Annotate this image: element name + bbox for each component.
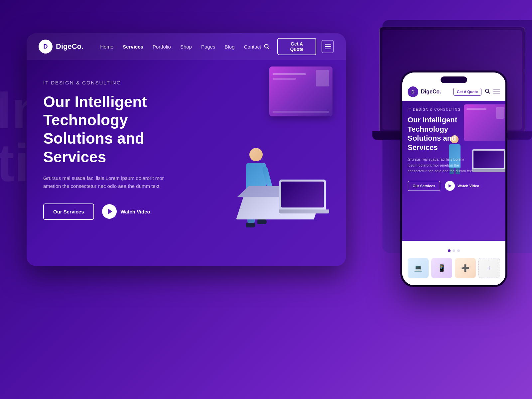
add-icon: + bbox=[487, 264, 491, 272]
mobile-get-quote-button[interactable]: Get A Quote bbox=[453, 88, 481, 96]
mobile-watch-video-label: Watch Video bbox=[458, 184, 479, 188]
mobile-logo-icon: D bbox=[408, 86, 418, 97]
play-triangle bbox=[108, 208, 112, 214]
watch-video-button[interactable]: Watch Video bbox=[102, 204, 150, 219]
mobile-title-line1: Our Intelligent Technology bbox=[408, 116, 457, 133]
nav-home[interactable]: Home bbox=[100, 44, 113, 50]
iso-scene bbox=[219, 53, 339, 246]
hero-title-line2: Solutions and Services bbox=[43, 130, 144, 165]
mobile-watch-video-button[interactable]: Watch Video bbox=[445, 181, 479, 191]
hero-title: Our Intelligent Technology Solutions and… bbox=[43, 93, 209, 166]
mobile-play-triangle bbox=[449, 184, 452, 188]
carousel-dots bbox=[408, 246, 500, 255]
mobile-service-cards: 💻 📱 ➕ + bbox=[408, 258, 500, 278]
person-shoe-right bbox=[257, 219, 267, 224]
service-icon-3: ➕ bbox=[461, 264, 469, 272]
desktop-logo[interactable]: D DigeCo. bbox=[39, 40, 83, 54]
mobile-laptop-lid bbox=[472, 149, 505, 169]
mobile-laptop-base bbox=[472, 169, 505, 172]
mobile-search-icon[interactable] bbox=[485, 88, 490, 95]
mobile-hero-title: Our Intelligent Technology Solutions and… bbox=[408, 115, 474, 152]
mobile-hero: IT Design & Consulting Our Intelligent T… bbox=[402, 101, 505, 241]
logo-text: DigeCo. bbox=[56, 42, 83, 51]
watch-video-label: Watch Video bbox=[121, 209, 150, 214]
person-head bbox=[249, 148, 263, 161]
mobile-play-icon bbox=[445, 181, 455, 191]
carousel-dot-1[interactable] bbox=[448, 249, 451, 252]
service-icon-2: 📱 bbox=[438, 264, 446, 272]
mini-service-card-2[interactable]: 📱 bbox=[431, 258, 452, 278]
hero-description: Grursus mal suada faci lisis Lorem ipsum… bbox=[43, 174, 183, 190]
mini-service-card-3[interactable]: ➕ bbox=[455, 258, 476, 278]
nav-portfolio[interactable]: Portfolio bbox=[153, 44, 171, 50]
desktop-mockup: D DigeCo. Home Services Portfolio Shop P… bbox=[27, 33, 346, 266]
laptop-lid bbox=[279, 180, 326, 209]
our-services-button[interactable]: Our Services bbox=[43, 203, 94, 220]
mobile-mockup: D DigeCo. Get A Quote bbox=[402, 72, 505, 285]
mobile-bottom-section: 💻 📱 ➕ + bbox=[402, 241, 505, 285]
nav-services[interactable]: Services bbox=[123, 44, 143, 50]
monitor-bar2 bbox=[273, 78, 296, 80]
mobile-laptop bbox=[472, 149, 505, 173]
iso-laptop bbox=[279, 180, 329, 213]
person-shoe-left bbox=[246, 223, 255, 227]
monitor-bar1 bbox=[273, 73, 306, 75]
mini-service-card-1[interactable]: 💻 bbox=[408, 258, 429, 278]
hero-illustration bbox=[213, 33, 346, 266]
hero-title-line1: Our Intelligent Technology bbox=[43, 93, 147, 129]
play-icon bbox=[102, 204, 117, 219]
mobile-hero-description: Grursus mal suada faci lisis Lorem ipsum… bbox=[408, 157, 474, 174]
monitor-screen bbox=[269, 66, 332, 116]
iso-monitor bbox=[269, 66, 336, 120]
carousel-dot-2[interactable] bbox=[453, 249, 455, 252]
mini-service-card-add[interactable]: + bbox=[478, 258, 500, 278]
mobile-hero-buttons: Our Services Watch Video bbox=[408, 181, 500, 191]
carousel-dot-3[interactable] bbox=[457, 249, 460, 252]
mobile-title-line2: Solutions and Services bbox=[408, 134, 456, 152]
mobile-notch bbox=[441, 76, 467, 83]
mobile-logo-text: DigeCo. bbox=[421, 89, 453, 95]
service-icon-1: 💻 bbox=[414, 264, 422, 272]
svg-line-3 bbox=[488, 92, 490, 93]
laptop-keyboard bbox=[279, 209, 329, 213]
nav-shop[interactable]: Shop bbox=[180, 44, 192, 50]
mobile-our-services-button[interactable]: Our Services bbox=[408, 181, 440, 191]
mobile-hero-subtitle: IT Design & Consulting bbox=[408, 108, 500, 111]
mobile-menu-icon[interactable] bbox=[493, 88, 500, 95]
logo-icon: D bbox=[39, 40, 53, 54]
